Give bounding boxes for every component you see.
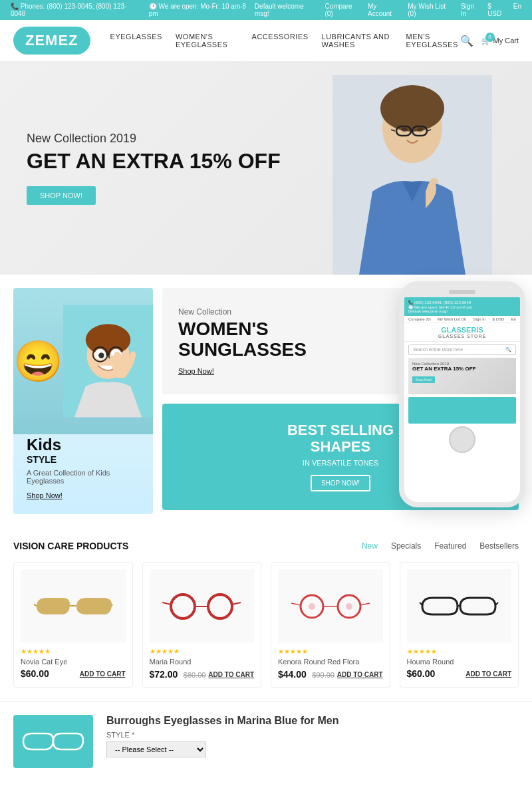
compare-link[interactable]: Compare (0) bbox=[325, 3, 361, 17]
tab-bestsellers[interactable]: Bestsellers bbox=[479, 541, 519, 551]
svg-point-27 bbox=[208, 595, 232, 618]
product-old-price-2: $80.00 bbox=[184, 671, 206, 679]
hero-cta-button[interactable]: Shop Now! bbox=[27, 186, 96, 205]
header-icons: 🔍 🛒 0 My Cart bbox=[460, 35, 519, 47]
product-card-2: ★★★★★ Maria Round $72.00 $80.00 ADD TO C… bbox=[142, 562, 262, 688]
svg-line-36 bbox=[291, 603, 301, 605]
hero-text: New Collection 2019 GET AN EXTRA 15% OFF… bbox=[27, 132, 281, 205]
tab-featured[interactable]: Featured bbox=[434, 541, 466, 551]
phone-search-icon: 🔍 bbox=[505, 347, 511, 352]
header: ZEMEZ EYEGLASSES WOMEN'S EYEGLASSES ACCE… bbox=[0, 20, 532, 62]
bottom-section: Burroughs Eyeglasses in Marina Blue for … bbox=[0, 701, 532, 781]
bottom-product-info: Burroughs Eyeglasses in Marina Blue for … bbox=[106, 715, 519, 768]
product-price-3: $44.00 bbox=[278, 669, 307, 680]
svg-point-34 bbox=[346, 603, 352, 610]
add-to-cart-3[interactable]: ADD TO CART bbox=[337, 671, 383, 678]
phone-nav-mini: Compare (0)My Wish List (0)Sign In$ USDE… bbox=[404, 316, 520, 323]
product-stars-4: ★★★★★ bbox=[407, 648, 512, 655]
kids-label: Kids bbox=[27, 436, 140, 454]
add-to-cart-1[interactable]: ADD TO CART bbox=[80, 670, 126, 678]
kids-tile: Kids STYLE A Great Collection of Kids Ey… bbox=[13, 288, 153, 514]
main-nav: EYEGLASSES WOMEN'S EYEGLASSES ACCESSORIE… bbox=[110, 33, 460, 49]
nav-womens-eyeglasses[interactable]: WOMEN'S EYEGLASSES bbox=[176, 33, 239, 49]
phone-notch bbox=[404, 287, 520, 297]
product-card-3: ★★★★★ Kenora Round Red Flora $44.00 $90.… bbox=[271, 562, 390, 688]
product-old-price-3: $90.00 bbox=[312, 671, 334, 679]
svg-point-3 bbox=[401, 128, 408, 132]
svg-line-30 bbox=[232, 602, 241, 604]
hero-subtitle: New Collection 2019 bbox=[27, 132, 281, 146]
phone-search[interactable]: Search entire store here 🔍 bbox=[408, 344, 516, 355]
phone-mockup: 📞 (800) 123-0043; (800) 123-0048 🕐 We ar… bbox=[399, 281, 525, 507]
bestselling-title: BEST SELLINGSHAPES bbox=[287, 422, 394, 454]
svg-point-33 bbox=[309, 603, 315, 610]
add-to-cart-4[interactable]: ADD TO CART bbox=[466, 670, 511, 678]
bestselling-subtitle: IN VERSATILE TONES bbox=[303, 459, 378, 467]
kids-svg bbox=[63, 295, 153, 428]
phone-info: 📞 Phones: (800) 123-0045; (800) 123-0048 bbox=[11, 3, 138, 17]
style-label: STYLE * bbox=[106, 731, 519, 739]
lang-selector[interactable]: En bbox=[513, 3, 521, 17]
product-image-1 bbox=[21, 569, 126, 642]
logo[interactable]: ZEMEZ bbox=[13, 27, 90, 55]
nav-lubricants[interactable]: LUBRICANTS AND WASHES bbox=[322, 33, 393, 49]
products-tabs: New Specials Featured Bestsellers bbox=[362, 541, 519, 551]
cart-icon-wrap: 🛒 0 bbox=[481, 37, 491, 45]
nav-eyeglasses[interactable]: EYEGLASSES bbox=[110, 33, 162, 49]
wishlist-link[interactable]: My Wish List (0) bbox=[408, 3, 454, 17]
hero-person-svg bbox=[332, 75, 492, 275]
hero-section: New Collection 2019 GET AN EXTRA 15% OFF… bbox=[0, 62, 532, 275]
svg-line-25 bbox=[112, 604, 112, 606]
top-bar-right: Default welcome msg! Compare (0) My Acco… bbox=[255, 3, 521, 17]
product-image-4 bbox=[407, 569, 512, 642]
glasses-svg-4 bbox=[419, 588, 499, 624]
hero-title: GET AN EXTRA 15% OFF bbox=[27, 150, 281, 173]
nav-accessories[interactable]: ACCESSORIES bbox=[252, 33, 309, 49]
tiles-section: Kids STYLE A Great Collection of Kids Ey… bbox=[0, 275, 532, 527]
bottom-product-title: Burroughs Eyeglasses in Marina Blue for … bbox=[106, 715, 519, 727]
bottom-product-thumbnail bbox=[13, 715, 93, 768]
product-price-1: $60.00 bbox=[21, 668, 49, 679]
hero-image bbox=[332, 62, 492, 275]
bestselling-shop-button[interactable]: Shop Now! bbox=[311, 475, 370, 491]
currency-selector[interactable]: $ USD bbox=[487, 3, 507, 17]
product-name-2: Maria Round bbox=[150, 658, 255, 666]
search-icon[interactable]: 🔍 bbox=[460, 35, 473, 47]
nav-mens-eyeglasses[interactable]: MEN'S EYEGLASSES bbox=[406, 33, 460, 49]
phone-hero-btn[interactable]: Shop Now! bbox=[412, 376, 435, 383]
product-image-2 bbox=[150, 569, 255, 642]
tab-new[interactable]: New bbox=[362, 541, 378, 551]
cart-button[interactable]: 🛒 0 My Cart bbox=[481, 37, 519, 45]
kids-shop-link[interactable]: Shop Now! bbox=[27, 491, 63, 499]
phone-topbar: 📞 (800) 123-0043; (800) 123-0048 🕐 We ar… bbox=[404, 297, 520, 316]
svg-point-15 bbox=[98, 352, 104, 358]
product-stars-2: ★★★★★ bbox=[150, 648, 255, 655]
product-name-4: Houma Round bbox=[407, 658, 512, 666]
phone-home-button[interactable] bbox=[449, 426, 475, 453]
bottom-glasses-svg bbox=[20, 722, 86, 761]
welcome-msg: Default welcome msg! bbox=[255, 3, 319, 17]
kids-desc: A Great Collection of Kids Eyeglasses bbox=[27, 469, 140, 485]
product-image-3 bbox=[278, 569, 383, 642]
tab-specials[interactable]: Specials bbox=[391, 541, 421, 551]
signin-link[interactable]: Sign In bbox=[461, 3, 481, 17]
svg-point-2 bbox=[380, 85, 444, 132]
product-card-1: ★★★★★ Novia Cat Eye $60.00 ADD TO CART bbox=[13, 562, 133, 688]
price-group-3: $44.00 $90.00 bbox=[278, 668, 334, 680]
product-footer-4: $60.00 ADD TO CART bbox=[407, 668, 512, 679]
products-header: VISION CARE PRODUCTS New Specials Featur… bbox=[13, 541, 519, 551]
product-card-4: ★★★★★ Houma Round $60.00 ADD TO CART bbox=[400, 562, 519, 688]
account-link[interactable]: My Account bbox=[368, 3, 401, 17]
style-select[interactable]: -- Please Select -- bbox=[106, 741, 206, 757]
product-name-3: Kenora Round Red Flora bbox=[278, 658, 383, 666]
phone-logo: GLASSERIS GLASSES STORE bbox=[404, 323, 520, 342]
phone-hero-mini: New Collection 2019 GET AN EXTRA 15% OFF… bbox=[408, 358, 516, 394]
product-price-2: $72.00 bbox=[150, 669, 178, 680]
kids-content: Kids STYLE A Great Collection of Kids Ey… bbox=[27, 436, 140, 501]
svg-line-29 bbox=[162, 602, 171, 604]
price-group-2: $72.00 $80.00 bbox=[150, 668, 206, 680]
products-section-title: VISION CARE PRODUCTS bbox=[13, 541, 362, 551]
add-to-cart-2[interactable]: ADD TO CART bbox=[208, 671, 254, 678]
products-section: VISION CARE PRODUCTS New Specials Featur… bbox=[0, 527, 532, 701]
product-footer-3: $44.00 $90.00 ADD TO CART bbox=[278, 668, 383, 680]
